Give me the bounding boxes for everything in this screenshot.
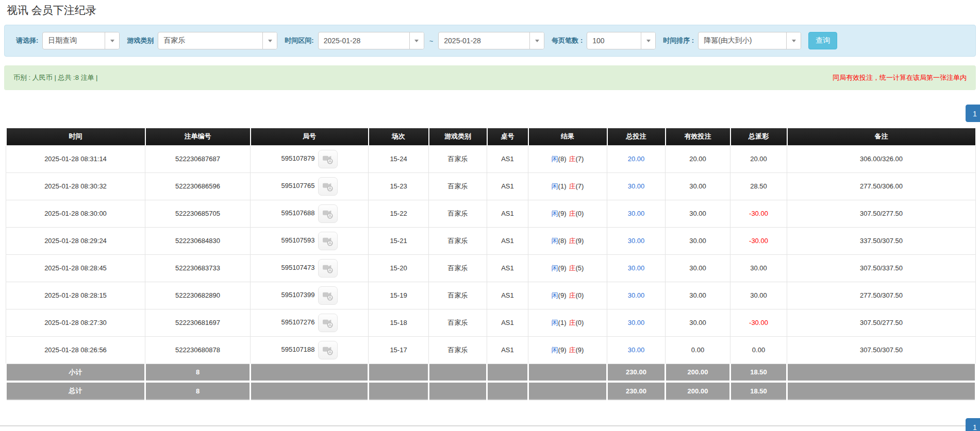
header-valid-bet: 有效投注 (666, 128, 730, 145)
header-session: 场次 (369, 128, 429, 145)
page-title: 视讯 会员下注纪录 (7, 3, 980, 18)
video-replay-button[interactable] (318, 286, 338, 305)
player-result: 闲 (552, 291, 558, 299)
round-cell: 595107276 (251, 309, 369, 336)
payout: -30.00 (730, 227, 787, 254)
remark: 307.50/307.50 (787, 336, 976, 364)
result-cell: 闲(8)庄(7) (528, 145, 607, 173)
video-camera-icon (322, 154, 334, 164)
table-row: 2025-01-28 08:26:56 522230680878 5951071… (6, 336, 976, 364)
result-cell: 闲(8)庄(9) (528, 227, 607, 254)
total-bet-cell: 20.00 (607, 145, 666, 173)
total-bet-cell: 30.00 (607, 227, 666, 254)
video-replay-button[interactable] (318, 341, 338, 359)
total-bet-link[interactable]: 30.00 (628, 210, 645, 217)
total-payout: 18.50 (730, 382, 787, 400)
remark: 277.50/306.00 (787, 173, 976, 200)
video-replay-button[interactable] (318, 177, 338, 196)
video-camera-icon (322, 318, 334, 328)
sort-order-select[interactable]: 降冪(由大到小) (698, 32, 801, 49)
video-replay-button[interactable] (318, 150, 338, 168)
page-1-button[interactable]: 1 (966, 105, 980, 122)
round-cell: 595107188 (251, 336, 369, 364)
sort-order-label: 时间排序 : (663, 36, 694, 45)
payout: 0.00 (730, 336, 787, 364)
payout: 28.50 (730, 173, 787, 200)
page-size-value: 100 (587, 37, 641, 45)
summary-bar: 币别 : 人民币 | 总共 :8 注单 | 同局有效投注，统一计算在该局第一张注… (4, 65, 976, 90)
payout: 30.00 (730, 254, 787, 282)
total-bet-link[interactable]: 30.00 (628, 237, 645, 245)
banker-result: 庄 (569, 237, 576, 245)
table-row: 2025-01-28 08:28:45 522230683733 5951074… (6, 254, 976, 282)
bet-id: 522230680878 (145, 336, 251, 364)
chevron-down-icon (105, 32, 119, 49)
page-1-button[interactable]: 1 (966, 418, 980, 431)
total-bet-cell: 30.00 (607, 254, 666, 282)
bet-id: 522230685705 (145, 200, 251, 227)
search-button[interactable]: 查询 (808, 32, 837, 49)
header-total-bet: 总投注 (607, 128, 666, 145)
remark: 307.50/277.50 (787, 200, 976, 227)
total-bet-cell: 30.00 (607, 282, 666, 309)
subtotal-count: 8 (145, 364, 251, 382)
banker-result: 庄 (569, 319, 576, 326)
game-type: 百家乐 (429, 145, 487, 173)
total-bet-cell: 30.00 (607, 336, 666, 364)
video-replay-button[interactable] (318, 259, 338, 278)
game-type: 百家乐 (429, 282, 487, 309)
page-size-select[interactable]: 100 (587, 32, 656, 49)
total-bet-cell: 30.00 (607, 173, 666, 200)
table-header-row: 时间 注单编号 局号 场次 游戏类别 桌号 结果 总投注 有效投注 总派彩 备注 (6, 128, 976, 145)
round-id: 595107879 (281, 154, 314, 162)
total-bet-link[interactable]: 20.00 (628, 155, 645, 163)
total-bet-link[interactable]: 30.00 (628, 346, 645, 354)
total-bet-link[interactable]: 30.00 (628, 264, 645, 272)
round-id: 595107593 (281, 236, 314, 244)
valid-bet: 30.00 (666, 173, 730, 200)
banker-result: 庄 (569, 155, 576, 163)
video-replay-button[interactable] (318, 232, 338, 250)
remark: 306.00/326.00 (787, 145, 976, 173)
bet-id: 522230684830 (145, 227, 251, 254)
total-bet-link[interactable]: 30.00 (628, 182, 645, 190)
video-replay-button[interactable] (318, 314, 338, 332)
filter-bar: 请选择: 日期查询 游戏类别 百家乐 时间区间: 2025-01-28 ~ 20… (4, 25, 976, 57)
table-no: AS1 (487, 173, 528, 200)
round-cell: 595107765 (251, 173, 369, 200)
footer-divider (0, 425, 980, 426)
bet-id: 522230687687 (145, 145, 251, 173)
game-type-value: 百家乐 (158, 36, 262, 45)
bet-time: 2025-01-28 08:27:30 (6, 309, 145, 336)
date-to-select[interactable]: 2025-01-28 (438, 32, 544, 49)
table-row: 2025-01-28 08:28:15 522230682890 5951073… (6, 282, 976, 309)
header-result: 结果 (528, 128, 607, 145)
table-row: 2025-01-28 08:30:00 522230685705 5951076… (6, 200, 976, 227)
query-type-select[interactable]: 日期查询 (42, 32, 120, 49)
game-type-select[interactable]: 百家乐 (158, 32, 277, 49)
total-row: 总计 8 230.00 200.00 18.50 (6, 382, 976, 400)
bet-time: 2025-01-28 08:26:56 (6, 336, 145, 364)
round-id: 595107473 (281, 264, 314, 271)
round-id: 595107188 (281, 346, 314, 353)
total-bet-link[interactable]: 30.00 (628, 291, 645, 299)
chevron-down-icon (641, 32, 655, 49)
subtotal-total-bet: 230.00 (607, 364, 666, 382)
banker-result: 庄 (569, 210, 576, 217)
table-row: 2025-01-28 08:27:30 522230681697 5951072… (6, 309, 976, 336)
player-result: 闲 (552, 346, 558, 354)
total-bet-link[interactable]: 30.00 (628, 319, 645, 326)
table-row: 2025-01-28 08:29:24 522230684830 5951075… (6, 227, 976, 254)
banker-result: 庄 (569, 346, 576, 354)
date-from-select[interactable]: 2025-01-28 (318, 32, 424, 49)
table-row: 2025-01-28 08:30:32 522230686596 5951077… (6, 173, 976, 200)
banker-result: 庄 (569, 291, 576, 299)
video-replay-button[interactable] (318, 204, 338, 223)
bet-time: 2025-01-28 08:30:32 (6, 173, 145, 200)
bet-time: 2025-01-28 08:28:15 (6, 282, 145, 309)
valid-bet: 30.00 (666, 227, 730, 254)
round-id: 595107765 (281, 182, 314, 189)
valid-bet: 0.00 (666, 336, 730, 364)
session: 15-22 (369, 200, 429, 227)
video-camera-icon (322, 290, 334, 301)
